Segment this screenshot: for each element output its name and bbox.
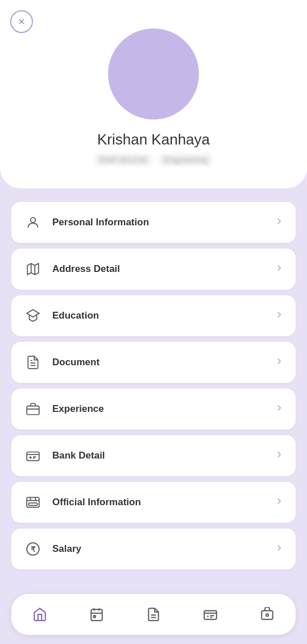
nav-item-document[interactable]: [141, 602, 166, 627]
chevron-icon: [274, 356, 284, 369]
graduation-icon: [23, 306, 43, 326]
profile-name: Krishan Kanhaya: [97, 131, 210, 148]
briefcase-icon: [23, 399, 43, 419]
svg-rect-25: [91, 609, 102, 621]
chevron-icon: [274, 543, 284, 556]
menu-label-address-detail: Address Detail: [52, 263, 274, 275]
chevron-icon: [274, 449, 284, 463]
chevron-icon: [274, 403, 284, 416]
svg-point-15: [30, 457, 31, 458]
nav-item-calendar[interactable]: [84, 602, 109, 627]
bank-icon: [23, 445, 43, 466]
nav-item-profile[interactable]: [255, 602, 280, 627]
svg-rect-29: [94, 616, 96, 617]
map-icon: [23, 259, 43, 279]
person-icon: [23, 212, 43, 233]
chevron-icon: [274, 496, 284, 509]
menu-item-official-information[interactable]: Official Information: [11, 482, 296, 523]
svg-rect-13: [27, 452, 39, 461]
document-icon: [23, 352, 43, 373]
profile-card: Krishan Kanhaya EMP-001234 Engineering: [0, 0, 307, 188]
svg-point-2: [31, 217, 36, 222]
menu-list: Personal Information Address Detail Educ…: [0, 202, 307, 569]
nav-item-home[interactable]: [27, 602, 52, 627]
svg-rect-22: [28, 503, 37, 505]
rupee-icon: ₹: [23, 539, 43, 559]
menu-label-experience: Experience: [52, 403, 274, 415]
menu-item-personal-information[interactable]: Personal Information: [11, 202, 296, 243]
menu-item-education[interactable]: Education: [11, 295, 296, 336]
svg-marker-3: [27, 263, 39, 275]
avatar: [108, 28, 199, 119]
close-button[interactable]: [10, 10, 33, 33]
menu-label-bank-detail: Bank Detail: [52, 450, 274, 461]
chevron-icon: [274, 263, 284, 276]
menu-label-personal-information: Personal Information: [52, 217, 274, 228]
chevron-icon: [274, 216, 284, 229]
profile-meta: EMP-001234 Engineering: [96, 154, 211, 166]
svg-rect-37: [262, 611, 273, 620]
official-icon: [23, 492, 43, 513]
svg-point-38: [266, 614, 268, 616]
menu-item-experience[interactable]: Experience: [11, 389, 296, 430]
svg-rect-10: [27, 406, 39, 415]
chevron-icon: [274, 309, 284, 323]
nav-item-payment[interactable]: [198, 602, 223, 627]
menu-item-salary[interactable]: ₹ Salary: [11, 529, 296, 569]
menu-item-address-detail[interactable]: Address Detail: [11, 249, 296, 290]
menu-label-salary: Salary: [52, 543, 274, 555]
profile-meta-dept: Engineering: [160, 154, 211, 166]
menu-item-bank-detail[interactable]: Bank Detail: [11, 435, 296, 476]
svg-point-34: [207, 616, 209, 617]
menu-label-document: Document: [52, 357, 274, 368]
menu-label-education: Education: [52, 310, 274, 321]
svg-rect-32: [204, 611, 217, 620]
bottom-nav: [11, 594, 296, 635]
profile-meta-id: EMP-001234: [96, 154, 151, 166]
svg-text:₹: ₹: [31, 545, 36, 554]
menu-label-official-information: Official Information: [52, 497, 274, 508]
menu-item-document[interactable]: Document: [11, 342, 296, 383]
svg-marker-6: [27, 309, 39, 317]
